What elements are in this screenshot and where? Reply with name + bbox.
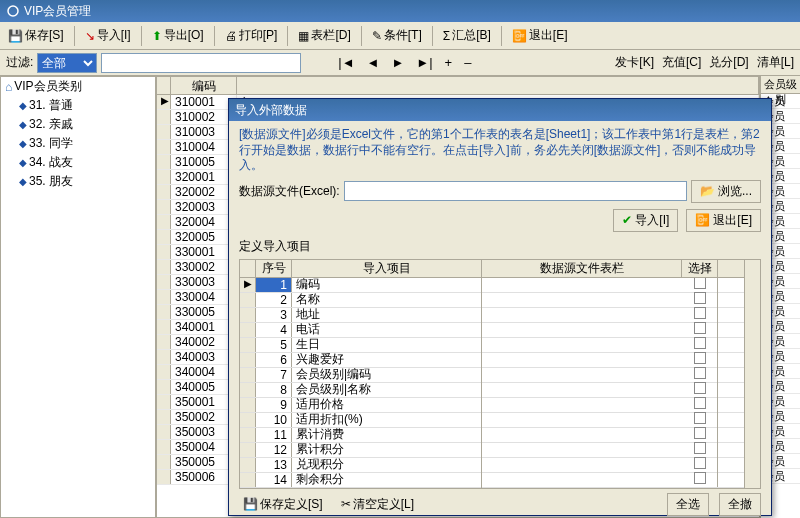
tree-item[interactable]: ◆34. 战友 bbox=[1, 153, 155, 172]
diamond-icon: ◆ bbox=[19, 157, 27, 168]
select-checkbox[interactable] bbox=[694, 307, 706, 319]
nav-first[interactable]: |◄ bbox=[335, 55, 357, 70]
filter-input[interactable] bbox=[101, 53, 301, 73]
columns-button[interactable]: ▦表栏[D] bbox=[294, 25, 354, 46]
exit-icon: 📴 bbox=[695, 213, 710, 227]
main-toolbar: 💾保存[S] ↘导入[I] ⬆导出[O] 🖨打印[P] ▦表栏[D] ✎条件[T… bbox=[0, 22, 800, 50]
select-none-button[interactable]: 全撤 bbox=[719, 493, 761, 516]
select-checkbox[interactable] bbox=[694, 322, 706, 334]
app-icon bbox=[6, 4, 20, 18]
filter-label: 过滤: bbox=[6, 54, 33, 71]
print-button[interactable]: 🖨打印[P] bbox=[221, 25, 282, 46]
nav-minus[interactable]: – bbox=[461, 55, 474, 70]
save-def-button[interactable]: 💾保存定义[S] bbox=[239, 494, 327, 515]
condition-button[interactable]: ✎条件[T] bbox=[368, 25, 426, 46]
diamond-icon: ◆ bbox=[19, 119, 27, 130]
col-name[interactable] bbox=[237, 77, 759, 94]
select-checkbox[interactable] bbox=[694, 397, 706, 409]
filter-bar: 过滤: 全部 |◄ ◄ ► ►| + – 发卡[K] 充值[C] 兑分[D] 清… bbox=[0, 50, 800, 76]
select-checkbox[interactable] bbox=[694, 337, 706, 349]
nav-last[interactable]: ►| bbox=[413, 55, 435, 70]
select-checkbox[interactable] bbox=[694, 278, 706, 290]
select-all-button[interactable]: 全选 bbox=[667, 493, 709, 516]
recharge-button[interactable]: 充值[C] bbox=[662, 54, 701, 71]
svg-point-0 bbox=[8, 6, 18, 16]
section-title: 定义导入项目 bbox=[239, 238, 761, 255]
tree-item[interactable]: ◆33. 同学 bbox=[1, 134, 155, 153]
warning-text: [数据源文件]必须是Excel文件，它的第1个工作表的表名是[Sheet1]；该… bbox=[239, 127, 761, 174]
nav-plus[interactable]: + bbox=[442, 55, 456, 70]
do-import-button[interactable]: ✔导入[I] bbox=[613, 209, 678, 232]
list-button[interactable]: 清单[L] bbox=[757, 54, 794, 71]
exit-button[interactable]: 📴退出[E] bbox=[508, 25, 572, 46]
col-code[interactable]: 编码 bbox=[171, 77, 237, 94]
tree-item[interactable]: ◆31. 普通 bbox=[1, 96, 155, 115]
nav-prev[interactable]: ◄ bbox=[364, 55, 383, 70]
select-checkbox[interactable] bbox=[694, 472, 706, 484]
diamond-icon: ◆ bbox=[19, 138, 27, 149]
level-header[interactable]: 会员级别 bbox=[761, 76, 800, 94]
tree-item[interactable]: ◆32. 亲戚 bbox=[1, 115, 155, 134]
diamond-icon: ◆ bbox=[19, 176, 27, 187]
window-title: VIP会员管理 bbox=[24, 3, 91, 20]
save-button[interactable]: 💾保存[S] bbox=[4, 25, 68, 46]
file-label: 数据源文件(Excel): bbox=[239, 183, 340, 200]
select-checkbox[interactable] bbox=[694, 292, 706, 304]
redeem-button[interactable]: 兑分[D] bbox=[709, 54, 748, 71]
window-title-bar: VIP会员管理 bbox=[0, 0, 800, 22]
map-row[interactable]: 14剩余积分 bbox=[240, 473, 744, 488]
import-button[interactable]: ↘导入[I] bbox=[81, 25, 135, 46]
dialog-title-bar[interactable]: 导入外部数据 bbox=[229, 99, 771, 121]
select-checkbox[interactable] bbox=[694, 352, 706, 364]
select-checkbox[interactable] bbox=[694, 367, 706, 379]
select-checkbox[interactable] bbox=[694, 382, 706, 394]
card-button[interactable]: 发卡[K] bbox=[615, 54, 654, 71]
category-tree[interactable]: ⌂VIP会员类别 ◆31. 普通◆32. 亲戚◆33. 同学◆34. 战友◆35… bbox=[0, 76, 156, 518]
import-dialog: 导入外部数据 [数据源文件]必须是Excel文件，它的第1个工作表的表名是[Sh… bbox=[228, 98, 772, 516]
select-checkbox[interactable] bbox=[694, 427, 706, 439]
nav-next[interactable]: ► bbox=[388, 55, 407, 70]
browse-button[interactable]: 📂浏览... bbox=[691, 180, 761, 203]
tree-item[interactable]: ◆35. 朋友 bbox=[1, 172, 155, 191]
filter-select[interactable]: 全部 bbox=[37, 53, 97, 73]
check-icon: ✔ bbox=[622, 213, 632, 227]
summary-button[interactable]: Σ汇总[B] bbox=[439, 25, 495, 46]
folder-icon: 📂 bbox=[700, 184, 715, 198]
select-checkbox[interactable] bbox=[694, 442, 706, 454]
select-checkbox[interactable] bbox=[694, 412, 706, 424]
tree-root[interactable]: ⌂VIP会员类别 bbox=[1, 77, 155, 96]
mapping-grid[interactable]: 序号 导入项目 数据源文件表栏 选择 ▶1编码2名称3地址4电话5生日6兴趣爱好… bbox=[239, 259, 761, 489]
clear-def-button[interactable]: ✂清空定义[L] bbox=[337, 494, 418, 515]
dialog-exit-button[interactable]: 📴退出[E] bbox=[686, 209, 761, 232]
home-icon: ⌂ bbox=[5, 80, 12, 94]
dialog-title: 导入外部数据 bbox=[235, 102, 307, 119]
file-input[interactable] bbox=[344, 181, 687, 201]
scrollbar[interactable] bbox=[744, 260, 760, 488]
export-button[interactable]: ⬆导出[O] bbox=[148, 25, 208, 46]
select-checkbox[interactable] bbox=[694, 457, 706, 469]
nav-buttons: |◄ ◄ ► ►| + – bbox=[335, 55, 474, 70]
diamond-icon: ◆ bbox=[19, 100, 27, 111]
